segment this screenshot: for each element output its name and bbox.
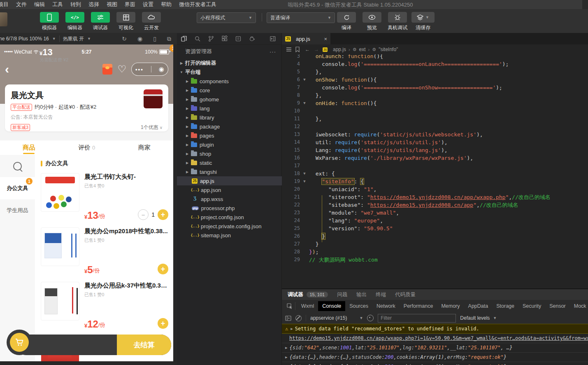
menu-item-工具[interactable]: 工具 xyxy=(49,1,67,8)
file-project.private.config.json[interactable]: {..}project.private.config.json xyxy=(177,222,282,231)
code-line-15[interactable]: 15 Lang: require('static/js/utils/lang.j… xyxy=(282,146,588,154)
snippets-icon[interactable] xyxy=(231,33,245,44)
inspect-icon[interactable] xyxy=(284,302,295,310)
folder-plugin[interactable]: ▶plugin xyxy=(177,140,282,149)
miniprogram-capsule[interactable]: ••• ◉ xyxy=(131,63,168,76)
more-actions-icon[interactable]: ··· xyxy=(270,49,276,55)
code-line-24[interactable]: 24 "lang": "europe", xyxy=(282,217,588,225)
code-line-7[interactable]: 7 console.log('=================onShow==… xyxy=(282,84,588,91)
toolbar-button-可视化[interactable]: 可视化 xyxy=(115,12,137,31)
tab-appjs[interactable]: JS app.js × xyxy=(282,33,330,44)
coupon-expander[interactable]: 1个优惠∨ xyxy=(141,124,163,131)
devtools-tab-Mock[interactable]: Mock xyxy=(570,301,588,311)
code-line-19[interactable]: 19▼ "siteInfo": { xyxy=(282,178,588,185)
add-button[interactable]: + xyxy=(158,264,168,274)
toolbar-button-预览[interactable]: 预览 xyxy=(361,12,383,31)
hot-reload-toggle[interactable]: 热重载 开▼ xyxy=(60,35,94,42)
drawer-icon[interactable] xyxy=(285,316,291,321)
breadcrumb-symbol[interactable]: ext xyxy=(359,47,366,52)
record-icon[interactable]: ◉ xyxy=(137,35,142,42)
folder-平台端[interactable]: ▼平台端 xyxy=(177,68,282,77)
store-tab-商品[interactable]: 商品 xyxy=(0,140,58,155)
debugger-tab-终端[interactable]: 终端 xyxy=(376,291,386,298)
checkout-button[interactable]: 去结算 xyxy=(117,335,171,355)
menu-item-文件[interactable]: 文件 xyxy=(12,1,30,8)
close-target-icon[interactable]: ◉ xyxy=(159,66,164,73)
devtools-tab-AppData[interactable]: AppData xyxy=(464,301,493,311)
console-row-link[interactable]: https://demo15.ynjdzzd008.cn/app/wxapp.p… xyxy=(282,334,588,343)
code-line-29[interactable]: 29// 大鹏源码网 wobbt.com xyxy=(282,256,588,264)
folder-lang[interactable]: ▶lang xyxy=(177,104,282,113)
add-button[interactable]: + xyxy=(158,318,168,329)
red-envelope-icon[interactable] xyxy=(102,64,112,75)
folder-gohome[interactable]: ▶gohome xyxy=(177,95,282,104)
close-icon[interactable]: × xyxy=(324,36,327,42)
more-menu-icon[interactable]: ••• xyxy=(135,66,144,73)
breadcrumb-file[interactable]: app.js xyxy=(333,47,346,52)
file-project.config.json[interactable]: {..}project.config.json xyxy=(177,213,282,222)
add-button[interactable]: + xyxy=(158,209,168,220)
code-line-22[interactable]: 22 "sitebase": "https://demo15.ynjdzzd00… xyxy=(282,201,588,209)
store-tab-评价[interactable]: 评价0 xyxy=(58,140,115,155)
code-line-16[interactable]: 16 WxParse: require('./library/wxParse/w… xyxy=(282,154,588,162)
compile-mode-select[interactable]: 普通编译▼ xyxy=(267,12,335,23)
devtools-tab-Memory[interactable]: Memory xyxy=(437,301,464,311)
expand-arrow-icon[interactable]: ▶ xyxy=(291,327,293,331)
menu-item-帮助[interactable]: 帮助 xyxy=(157,1,175,8)
devtools-tab-Console[interactable]: Console xyxy=(318,301,345,311)
breadcrumb-symbol[interactable]: "siteInfo" xyxy=(379,47,398,52)
code-line-6[interactable]: 6▼ onShow: function(){ xyxy=(282,76,588,84)
console-output[interactable]: ⚠▶Setting data field "recommend_stores" … xyxy=(282,324,588,365)
file-app.wxss[interactable]: Ʒapp.wxss xyxy=(177,194,282,204)
clear-console-icon[interactable] xyxy=(295,315,302,321)
file-app.json[interactable]: {..}app.json xyxy=(177,185,282,194)
devtools-tab-Performance[interactable]: Performance xyxy=(400,301,437,311)
folder-package[interactable]: ▶package xyxy=(177,122,282,131)
folder-components[interactable]: ▶components xyxy=(177,77,282,86)
code-area[interactable]: 3 onLaunch: function(){4 console.log('==… xyxy=(282,52,588,288)
menu-item-微信开发者工具[interactable]: 微信开发者工具 xyxy=(175,1,220,8)
debugger-tab-调试器[interactable]: 调试器15, 101 xyxy=(288,291,328,298)
collapse-sidebar-icon[interactable] xyxy=(266,33,279,44)
toolbar-button-编辑器[interactable]: </>编辑器 xyxy=(64,12,86,31)
device-select[interactable]: iPhone 6/7/8 Plus 100% 16▼ xyxy=(0,36,59,42)
code-line-9[interactable]: 9▼ onHide: function(){ xyxy=(282,99,588,107)
menu-item-选择[interactable]: 选择 xyxy=(85,1,103,8)
folder-library[interactable]: ▶library xyxy=(177,113,282,122)
devtools-tab-Sources[interactable]: Sources xyxy=(345,301,372,311)
devtools-tab-Storage[interactable]: Storage xyxy=(492,301,518,311)
filter-input[interactable] xyxy=(378,314,456,323)
toolbar-button-清缓存[interactable]: ▼清缓存 xyxy=(412,12,434,31)
menu-item-项目[interactable]: 项目 xyxy=(0,1,12,8)
store-tab-商家[interactable]: 商家 xyxy=(116,140,173,155)
console-row-warn[interactable]: ⚠▶Setting data field "recommend_stores" … xyxy=(282,324,588,334)
detach-window-icon[interactable]: ⧉ xyxy=(167,35,171,42)
device-frame-icon[interactable]: ▯ xyxy=(153,35,156,42)
code-line-10[interactable]: 10 xyxy=(282,107,588,115)
toolbar-button-编译[interactable]: 编译 xyxy=(336,12,357,31)
folder-static[interactable]: ▶static xyxy=(177,158,282,167)
forward-arrow-icon[interactable]: → xyxy=(313,47,320,52)
code-line-28[interactable]: 28}); xyxy=(282,248,588,256)
menu-item-转到[interactable]: 转到 xyxy=(67,1,85,8)
folder-shop[interactable]: ▶shop xyxy=(177,149,282,158)
code-line-25[interactable]: 25 "version": "50.90.5" xyxy=(282,225,588,232)
code-line-4[interactable]: 4 console.log('=================onLaunch… xyxy=(282,60,588,68)
tool-icon[interactable] xyxy=(245,33,258,44)
search-icon[interactable] xyxy=(191,33,204,44)
toolbar-button-云开发[interactable]: 云开发 xyxy=(141,12,162,31)
debugger-tab-输出[interactable]: 输出 xyxy=(356,291,367,298)
folder-tangshi[interactable]: ▶tangshi xyxy=(177,167,282,176)
code-line-21[interactable]: 21 "siteroot": "https://demo15.ynjdzzd00… xyxy=(282,193,588,201)
files-icon[interactable] xyxy=(177,33,191,44)
code-line-12[interactable]: 12 xyxy=(282,123,588,131)
toolbar-button-调试器[interactable]: 调试器 xyxy=(90,12,111,31)
folder-打开的编辑器[interactable]: ▶打开的编辑器 xyxy=(177,58,282,68)
code-line-17[interactable]: 17 xyxy=(282,162,588,170)
back-button[interactable]: ‹ xyxy=(5,64,9,75)
code-line-18[interactable]: 18▼ ext: { xyxy=(282,170,588,178)
toolbar-button-模拟器[interactable]: 模拟器 xyxy=(39,12,60,31)
expand-arrow-icon[interactable]: ▶ xyxy=(285,355,287,359)
file-app.js[interactable]: JSapp.js xyxy=(177,176,282,185)
minus-button[interactable]: − xyxy=(138,209,149,220)
